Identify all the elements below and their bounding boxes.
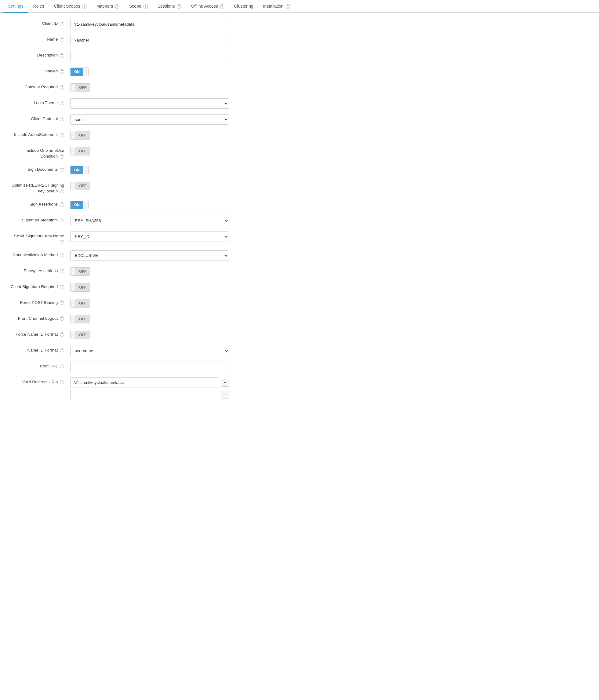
tab-clustering[interactable]: Clustering: [229, 0, 258, 12]
tab-offline-access-help-icon[interactable]: ?: [220, 4, 225, 8]
login-theme-select[interactable]: [70, 98, 229, 109]
enabled-row: Enabled ? ON: [9, 67, 284, 77]
include-authn-control: OFF: [70, 130, 229, 141]
consent-required-toggle[interactable]: OFF: [70, 82, 90, 93]
login-theme-row: Login Theme ?: [9, 98, 284, 109]
redirect-uri-row-1: +: [70, 390, 229, 400]
canonicalization-method-select[interactable]: EXCLUSIVE EXCLUSIVE_WITH_COMMENTS INCLUS…: [70, 250, 229, 261]
signature-algorithm-select[interactable]: RSA_SHA256 RSA_SHA1 RSA_SHA512 DSA_SHA1: [70, 216, 229, 226]
enabled-toggle[interactable]: ON: [70, 67, 88, 77]
tab-scope-help-icon[interactable]: ?: [144, 4, 148, 8]
include-authn-toggle[interactable]: OFF: [70, 130, 90, 141]
include-authn-help-icon[interactable]: ?: [60, 133, 64, 137]
tab-mappers-help-icon[interactable]: ?: [115, 4, 120, 8]
name-id-format-row: Name ID Format ? username email transien…: [9, 346, 284, 356]
valid-redirect-uris-help-icon[interactable]: ?: [60, 380, 64, 384]
root-url-help-icon[interactable]: ?: [60, 364, 64, 368]
force-post-off-spacer: [71, 299, 75, 307]
description-row: Description ?: [9, 51, 284, 61]
name-row: Name ?: [9, 35, 284, 45]
optimize-redirect-help-icon[interactable]: ?: [60, 189, 64, 193]
client-signature-required-row: Client Signature Required ? OFF: [9, 282, 284, 293]
name-label: Name ?: [9, 35, 70, 43]
enabled-help-icon[interactable]: ?: [60, 69, 64, 74]
encrypt-assertions-toggle[interactable]: OFF: [70, 266, 90, 277]
force-post-binding-help-icon[interactable]: ?: [60, 301, 64, 305]
optimize-redirect-row: Optimize REDIRECT signing key lookup ? O…: [9, 181, 284, 194]
client-id-help-icon[interactable]: ?: [60, 22, 64, 26]
saml-signature-key-name-label: SAML Signature Key Name ?: [9, 231, 70, 245]
name-help-icon[interactable]: ?: [60, 38, 64, 42]
valid-redirect-uris-control: − +: [70, 377, 229, 402]
description-label: Description ?: [9, 51, 70, 58]
sign-assertions-toggle[interactable]: ON: [70, 200, 88, 210]
front-channel-logout-toggle[interactable]: OFF: [70, 314, 90, 324]
tab-settings[interactable]: Settings: [3, 0, 28, 13]
description-help-icon[interactable]: ?: [60, 53, 64, 58]
saml-signature-key-name-help-icon[interactable]: ?: [60, 240, 64, 244]
include-onetimeuse-toggle[interactable]: OFF: [70, 146, 90, 156]
root-url-input[interactable]: [70, 361, 229, 372]
opt-redirect-off-spacer: [71, 182, 75, 190]
force-name-id-format-help-icon[interactable]: ?: [60, 332, 64, 336]
name-id-format-control: username email transient persistent: [70, 346, 229, 356]
tab-client-scopes-label: Client Scopes: [54, 4, 80, 8]
description-input[interactable]: [70, 51, 229, 61]
encrypt-assertions-control: OFF: [70, 266, 229, 277]
tab-sessions-help-icon[interactable]: ?: [177, 4, 181, 8]
sign-docs-on-label: ON: [71, 166, 83, 174]
encrypt-assertions-help-icon[interactable]: ?: [60, 269, 64, 273]
name-input[interactable]: [70, 35, 229, 45]
name-id-format-label: Name ID Format ?: [9, 346, 70, 353]
tab-scope[interactable]: Scope ?: [124, 0, 153, 12]
authn-off-label: OFF: [75, 131, 90, 139]
tab-sessions-label: Sessions: [158, 4, 175, 8]
tab-installation[interactable]: Installation ?: [258, 0, 295, 12]
tab-installation-label: Installation: [263, 4, 284, 8]
enabled-on-label: ON: [71, 68, 83, 76]
force-name-id-format-label: Force Name ID Format ?: [9, 330, 70, 338]
client-signature-required-help-icon[interactable]: ?: [60, 285, 64, 289]
sign-assertions-help-icon[interactable]: ?: [60, 202, 64, 206]
optimize-redirect-toggle[interactable]: OFF: [70, 181, 90, 191]
signature-algorithm-help-icon[interactable]: ?: [60, 218, 64, 222]
force-name-id-format-toggle[interactable]: OFF: [70, 330, 90, 340]
client-id-input[interactable]: [70, 19, 229, 29]
sign-documents-help-icon[interactable]: ?: [60, 168, 64, 172]
canonicalization-method-help-icon[interactable]: ?: [60, 253, 64, 257]
tab-sessions[interactable]: Sessions ?: [153, 0, 186, 12]
tab-offline-access[interactable]: Offline Access ?: [186, 0, 229, 12]
tab-client-scopes-help-icon[interactable]: ?: [82, 4, 87, 8]
tab-mappers[interactable]: Mappers ?: [92, 0, 124, 12]
redirect-uri-input-0[interactable]: [70, 377, 219, 388]
consent-off-label: OFF: [75, 84, 90, 92]
root-url-row: Root URL ?: [9, 361, 284, 372]
redirect-uri-input-1[interactable]: [70, 390, 219, 400]
sign-documents-control: ON: [70, 165, 229, 175]
valid-redirect-uris-row: Valid Redirect URIs ? − +: [9, 377, 284, 402]
force-post-binding-control: OFF: [70, 298, 229, 308]
tab-offline-access-label: Offline Access: [191, 4, 218, 8]
sign-documents-toggle[interactable]: ON: [70, 165, 88, 175]
sign-assertions-row: Sign Assertions ? ON: [9, 200, 284, 210]
tab-client-scopes[interactable]: Client Scopes ?: [49, 0, 91, 12]
name-id-format-help-icon[interactable]: ?: [60, 348, 64, 352]
saml-signature-key-name-select[interactable]: KEY_ID CERT_SUBJECT NONE: [70, 231, 229, 242]
saml-signature-key-name-row: SAML Signature Key Name ? KEY_ID CERT_SU…: [9, 231, 284, 245]
add-redirect-uri-button[interactable]: +: [221, 391, 229, 399]
client-signature-required-label: Client Signature Required ?: [9, 282, 70, 290]
include-onetimeuse-help-icon[interactable]: ?: [60, 154, 64, 159]
front-channel-logout-help-icon[interactable]: ?: [60, 317, 64, 321]
force-post-binding-toggle[interactable]: OFF: [70, 298, 90, 308]
client-signature-required-toggle[interactable]: OFF: [70, 282, 90, 293]
root-url-label: Root URL ?: [9, 361, 70, 369]
tab-installation-help-icon[interactable]: ?: [286, 4, 290, 8]
remove-redirect-uri-button[interactable]: −: [221, 379, 229, 386]
name-id-format-select[interactable]: username email transient persistent: [70, 346, 229, 356]
client-protocol-help-icon[interactable]: ?: [60, 117, 64, 121]
consent-required-help-icon[interactable]: ?: [60, 85, 64, 90]
tab-roles[interactable]: Roles: [28, 0, 49, 12]
authn-off-spacer: [71, 131, 75, 139]
login-theme-help-icon[interactable]: ?: [60, 101, 64, 105]
client-protocol-select[interactable]: saml openid-connect: [70, 114, 229, 125]
